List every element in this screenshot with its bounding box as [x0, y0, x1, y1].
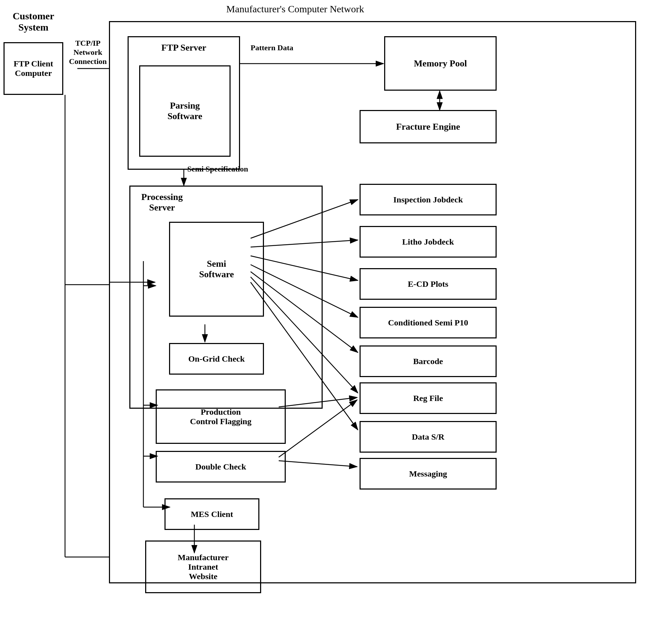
processing-server-label: ProcessingServer — [134, 192, 190, 213]
ftp-client-label: FTP ClientComputer — [14, 59, 53, 78]
manufacturer-box: FTP Server ParsingSoftware Pattern Data … — [109, 21, 636, 583]
tcpip-text: TCP/IP Network Connection — [69, 39, 107, 66]
on-grid-check-box: On-Grid Check — [169, 343, 264, 375]
ftp-server-container: FTP Server ParsingSoftware — [128, 36, 240, 170]
fracture-engine-box: Fracture Engine — [360, 110, 497, 143]
data-sr-box: Data S/R — [360, 421, 497, 453]
manufacturer-title-text: Manufacturer's Computer Network — [226, 4, 364, 14]
manufacturer-network-label: Manufacturer's Computer Network — [137, 4, 453, 15]
mes-client-box: MES Client — [164, 498, 259, 530]
tcpip-label: TCP/IP Network Connection — [67, 39, 109, 66]
ftp-client-box: FTP ClientComputer — [4, 42, 63, 95]
ftp-server-label: FTP Server — [129, 43, 239, 53]
memory-pool-box: Memory Pool — [384, 36, 497, 91]
messaging-box: Messaging — [360, 458, 497, 490]
pattern-data-label: Pattern Data — [251, 43, 293, 52]
ecd-plots-box: E-CD Plots — [360, 268, 497, 300]
semi-spec-label: Semi Specification — [187, 164, 248, 174]
customer-system-text: Customer System — [13, 11, 54, 33]
barcode-box: Barcode — [360, 345, 497, 377]
semi-software-box: SemiSoftware — [169, 222, 264, 317]
intranet-box: ManufacturerIntranetWebsite — [145, 540, 261, 593]
inspection-jobdeck-box: Inspection Jobdeck — [360, 184, 497, 215]
conditioned-semi-box: Conditioned Semi P10 — [360, 307, 497, 338]
processing-server-box: ProcessingServer SemiSoftware On-Grid Ch… — [129, 186, 323, 409]
double-check-box: Double Check — [156, 451, 286, 483]
prod-control-box: ProductionControl Flagging — [156, 389, 286, 444]
parsing-software-box: ParsingSoftware — [139, 65, 231, 157]
reg-file-box: Reg File — [360, 382, 497, 414]
litho-jobdeck-box: Litho Jobdeck — [360, 226, 497, 258]
customer-system-label: Customer System — [4, 11, 63, 33]
svg-line-48 — [279, 461, 357, 467]
